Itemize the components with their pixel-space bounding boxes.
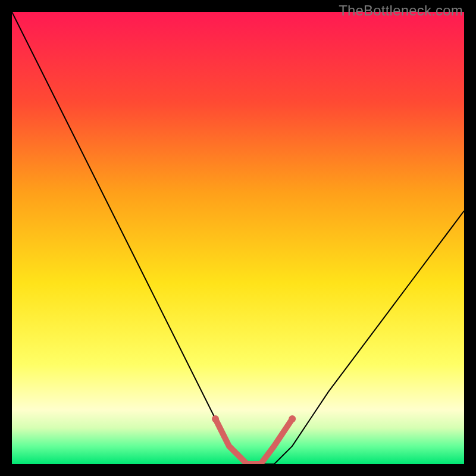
bottleneck-chart: [12, 12, 464, 464]
svg-point-1: [289, 415, 296, 422]
watermark-label: TheBottleneck.com: [339, 2, 463, 19]
gradient-background: [12, 12, 464, 464]
svg-point-0: [212, 415, 219, 422]
chart-frame: [12, 12, 464, 464]
